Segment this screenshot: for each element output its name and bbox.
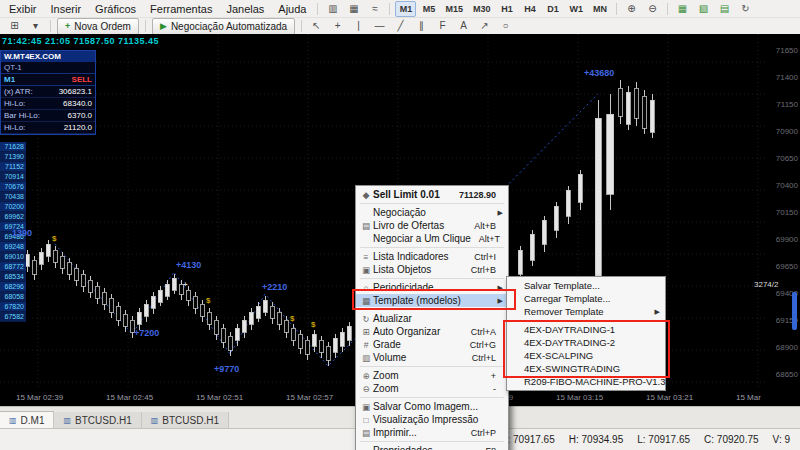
- chart-tab-d-m1[interactable]: ▥D.M1: [0, 411, 54, 429]
- price-scale-label: 68900: [764, 343, 798, 352]
- menu-item-shortcut: -: [493, 384, 496, 394]
- menu-item-label: Sell Limit 0.01: [373, 189, 459, 200]
- context-menu-item-zoom[interactable]: ⊕Zoom+: [356, 369, 508, 382]
- menu-item-label: 4EX-DAYTRADING-2: [524, 337, 653, 348]
- ea-panel-row: Hi-Lo:21120.0: [1, 122, 95, 134]
- submenu-item-4ex-daytrading-2[interactable]: 4EX-DAYTRADING-2: [507, 336, 665, 349]
- crosshair-icon[interactable]: +: [328, 18, 347, 34]
- timeframe-button-m5[interactable]: M5: [418, 1, 439, 17]
- submenu-arrow-icon: ▶: [496, 209, 503, 217]
- vertical-line-icon[interactable]: |: [349, 18, 368, 34]
- timeframe-button-m30[interactable]: M30: [469, 1, 495, 17]
- trade-marker-icon: +: [183, 280, 188, 289]
- chart-tab-btcusd-h1[interactable]: ▥BTCUSD.H1: [142, 412, 229, 429]
- trendline-icon[interactable]: ╱: [391, 18, 410, 34]
- time-axis-label: 15 Mar 02:39: [16, 393, 63, 402]
- submenu-item-remover-template[interactable]: Remover Template▶: [507, 305, 665, 318]
- context-menu-item-propriedades[interactable]: Propriedades...F8: [356, 444, 508, 450]
- menu-janelas[interactable]: Janelas: [219, 2, 271, 16]
- context-menu-item-imprimir[interactable]: ▤Imprimir...Ctrl+P: [356, 426, 508, 439]
- ea-panel-row: Bar Hi-Lo:6370.0: [1, 110, 95, 122]
- ea-row-label: Bar Hi-Lo:: [4, 111, 40, 120]
- timeframe-button-h4[interactable]: H4: [520, 1, 541, 17]
- zoom-in-icon[interactable]: ⊕: [622, 1, 641, 17]
- menu-separator: [360, 441, 504, 442]
- context-menu-item-periodicidade[interactable]: ○Periodicidade▶: [356, 281, 508, 294]
- menu-graficos[interactable]: Gráficos: [88, 2, 143, 16]
- timeframe-button-w1[interactable]: W1: [566, 1, 588, 17]
- shapes-icon[interactable]: ○: [496, 18, 515, 34]
- ea-panel-row: (x) ATR:306823.1: [1, 86, 95, 98]
- chart-line-icon[interactable]: ≈: [365, 1, 384, 17]
- menu-item-label: Lista Objetos: [373, 264, 471, 275]
- toolbar-chrome: ExibirInserirGráficosFerramentasJanelasA…: [0, 0, 800, 35]
- chart-tab-btcusd-h1[interactable]: ▥BTCUSD.H1: [54, 412, 141, 429]
- context-menu-item-salvar-como-imagem[interactable]: ▣Salvar Como Imagem...: [356, 400, 508, 413]
- chart-tab-label: BTCUSD.H1: [75, 415, 132, 426]
- chart-bars-icon[interactable]: ▥: [323, 1, 342, 17]
- menu-items: ExibirInserirGráficosFerramentasJanelasA…: [2, 2, 313, 16]
- context-menu-item-lista-indicadores[interactable]: ≡Lista IndicadoresCtrl+I: [356, 250, 508, 263]
- submenu-item-salvar-template[interactable]: Salvar Template...: [507, 279, 665, 292]
- indicator-cell: 68058: [0, 292, 26, 302]
- context-menu-item-zoom[interactable]: ⊖Zoom-: [356, 382, 508, 395]
- context-menu-item-volume[interactable]: ▥VolumeCtrl+L: [356, 351, 508, 364]
- horizontal-line-icon[interactable]: —: [370, 18, 389, 34]
- text-tool-icon[interactable]: A: [454, 18, 473, 34]
- price-scale-label: 70150: [764, 208, 798, 217]
- submenu-item-4ex-daytrading-1[interactable]: 4EX-DAYTRADING-1: [507, 323, 665, 336]
- submenu-item-4ex-swingtrading[interactable]: 4EX-SWINGTRADING: [507, 362, 665, 375]
- autotrading-button[interactable]: ▶ Negociação Automatizada: [152, 18, 295, 35]
- new-order-button[interactable]: + Nova Ordem: [57, 18, 139, 35]
- submenu-item-r209-fibo-machine-pro-v1-3[interactable]: R209-FIBO-MACHINE-PRO-V1.3: [507, 375, 665, 388]
- context-menu-item-lista-objetos[interactable]: ▣Lista ObjetosCtrl+B: [356, 263, 508, 276]
- time-axis-label: 15 Mar: [736, 393, 761, 402]
- cascade-windows-icon[interactable]: ▧: [694, 1, 713, 17]
- timeframe-button-m15[interactable]: M15: [441, 1, 467, 17]
- timeframe-button-m1[interactable]: M1: [395, 1, 416, 17]
- arrow-tool-icon[interactable]: ↗: [475, 18, 494, 34]
- context-menu-item-negociar-a-um-clique[interactable]: Negociar a Um CliqueAlt+T: [356, 232, 508, 245]
- submenu-item-carregar-template[interactable]: Carregar Template...: [507, 292, 665, 305]
- context-menu-item-visualizacao-impressao[interactable]: □Visualização Impressão: [356, 413, 508, 426]
- ea-row-label: (x) ATR:: [4, 87, 33, 96]
- new-chart-icon[interactable]: ⊞: [5, 18, 24, 34]
- channel-icon[interactable]: ∥: [412, 18, 431, 34]
- indicator-cell: 68534: [0, 272, 26, 282]
- chart-type-toolbar: ▥▦≈: [322, 1, 385, 17]
- cursor-icon[interactable]: ↖: [307, 18, 326, 34]
- menu-item-label: R209-FIBO-MACHINE-PRO-V1.3: [524, 376, 673, 387]
- context-menu-item-atualizar[interactable]: ↻Atualizar: [356, 312, 508, 325]
- menu-item-shortcut: Alt+B: [474, 221, 496, 231]
- zoom-out-icon[interactable]: ⊖: [643, 1, 662, 17]
- context-menu-item-template-modelos[interactable]: ▦Template (modelos)▶: [356, 294, 508, 307]
- timeframe-button-mn[interactable]: MN: [589, 1, 611, 17]
- zoom-icon: ⊖: [359, 384, 373, 394]
- context-menu-item-negociacao[interactable]: Negociação▶: [356, 206, 508, 219]
- menu-exibir[interactable]: Exibir: [2, 2, 44, 16]
- submenu-item-4ex-scalping[interactable]: 4EX-SCALPING: [507, 349, 665, 362]
- context-menu-item-grade[interactable]: #GradeCtrl+G: [356, 338, 508, 351]
- chart-candles-icon[interactable]: ▦: [344, 1, 363, 17]
- chart-scrollbar-thumb[interactable]: [792, 292, 797, 330]
- toolbar-separator: [616, 3, 617, 15]
- time-axis-label: 15 Mar 02:51: [196, 393, 243, 402]
- menu-ferramentas[interactable]: Ferramentas: [143, 2, 219, 16]
- fibonacci-icon[interactable]: F: [433, 18, 452, 34]
- sell-limit-0-01-icon: ◆: [359, 190, 373, 200]
- menu-ajuda[interactable]: Ajuda: [271, 2, 313, 16]
- context-menu-item-auto-organizar[interactable]: ⊞Auto OrganizarCtrl+A: [356, 325, 508, 338]
- menu-item-label: Template (modelos): [373, 295, 496, 306]
- arrange-windows-icon[interactable]: ▤: [715, 1, 734, 17]
- price-scale-label: 70400: [764, 181, 798, 190]
- tile-windows-icon[interactable]: ▦: [673, 1, 692, 17]
- context-menu-item-sell-limit-0-01[interactable]: ◆Sell Limit 0.0171128.90: [356, 188, 508, 201]
- imprimir-icon: ▤: [359, 428, 373, 438]
- refresh-icon[interactable]: ↻: [736, 1, 755, 17]
- profiles-icon[interactable]: ▾: [26, 18, 45, 34]
- context-menu-item-livro-de-ofertas[interactable]: ▤Livro de OfertasAlt+B: [356, 219, 508, 232]
- menu-inserir[interactable]: Inserir: [44, 2, 89, 16]
- menu-item-shortcut: Alt+T: [479, 234, 500, 244]
- timeframe-button-h1[interactable]: H1: [497, 1, 518, 17]
- timeframe-button-d1[interactable]: D1: [543, 1, 564, 17]
